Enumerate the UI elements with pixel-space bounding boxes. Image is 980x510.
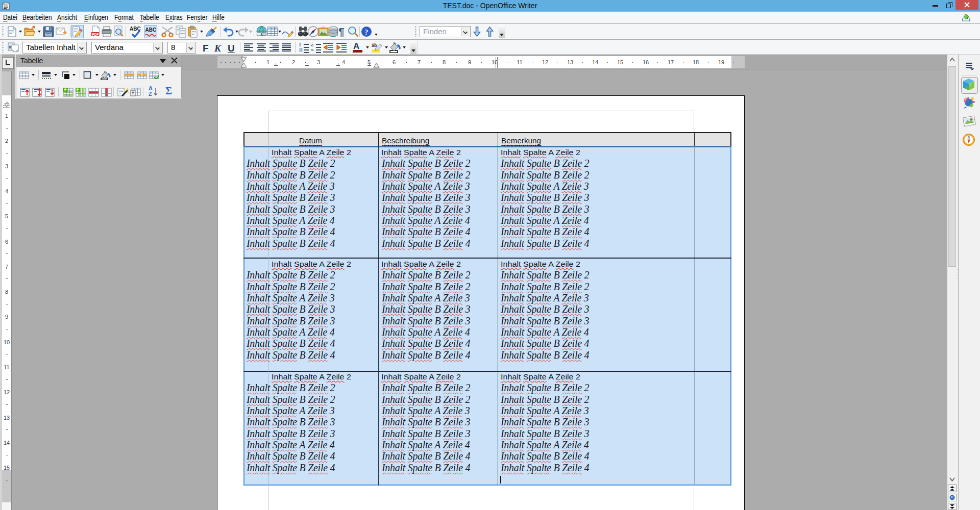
svg-text:N: N bbox=[968, 135, 970, 138]
svg-text:ABC: ABC bbox=[145, 27, 157, 33]
svg-text:?: ? bbox=[364, 28, 369, 36]
svg-text:PDF: PDF bbox=[92, 33, 99, 36]
